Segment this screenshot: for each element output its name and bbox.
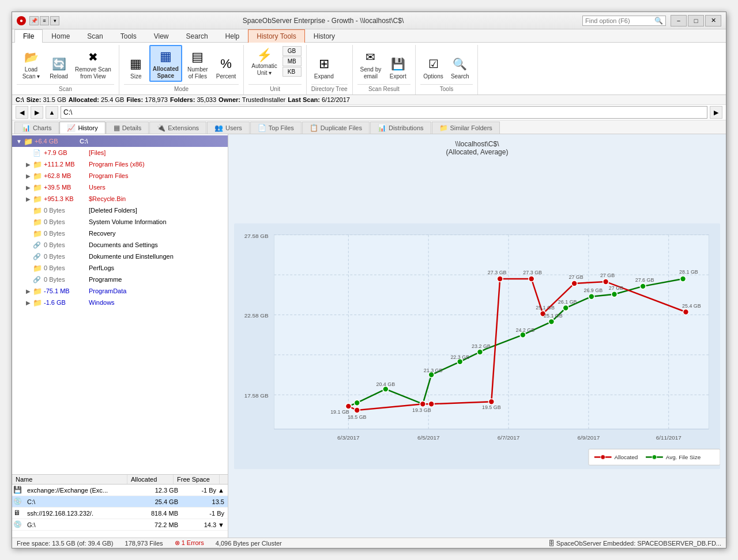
remove-scan-button[interactable]: ✖ Remove Scanfrom View (72, 46, 114, 82)
percent-icon: % (217, 55, 235, 73)
tree-item-dokumente[interactable]: ▶ 🔗 0 Bytes Dokumente und Einstellungen (12, 251, 228, 262)
tab-duplicate-files[interactable]: 📋 Duplicate Files (302, 122, 370, 134)
tab-view[interactable]: View (145, 29, 178, 43)
gb-button[interactable]: GB (283, 46, 302, 56)
drive-alloc-1: 25.4 GB (135, 498, 182, 506)
address-input[interactable] (61, 106, 707, 119)
back-button[interactable]: ◀ (16, 106, 28, 119)
tab-scan[interactable]: Scan (78, 29, 111, 43)
send-email-icon: ✉ (362, 48, 380, 66)
charts-icon: 📊 (22, 124, 31, 132)
tree-item-programme[interactable]: ▶ 🔗 0 Bytes Programme (12, 274, 228, 285)
perflogs-folder-icon: 📁 (33, 263, 42, 273)
drive-free-3: 14.3 ▼ (182, 521, 228, 529)
details-label: Details (122, 124, 142, 131)
tree-item-programdata[interactable]: ▶ 📁 -75.1 MB ProgramData (12, 285, 228, 297)
svg-point-45 (683, 309, 689, 315)
tab-history[interactable]: History (305, 29, 344, 43)
recycle-toggle[interactable]: ▶ (24, 196, 33, 202)
address-go-button[interactable]: ▶ (710, 106, 722, 119)
tab-file[interactable]: File (14, 29, 43, 43)
up-button[interactable]: ▲ (46, 106, 58, 119)
tree-item-system-volume[interactable]: ▶ 📁 0 Bytes System Volume Information (12, 216, 228, 228)
last-scan-label: Last Scan: 6/12/2017 (288, 96, 350, 103)
allocated-space-button[interactable]: ▦ AllocatedSpace (149, 45, 182, 82)
mb-button[interactable]: MB (283, 56, 302, 66)
forward-button[interactable]: ▶ (31, 106, 43, 119)
tree-item-users[interactable]: ▶ 📁 +39.5 MB Users (12, 181, 228, 193)
deleted-name: [Deleted Folders] (89, 207, 137, 214)
expand-button[interactable]: ⊞ Expand (311, 53, 337, 82)
tab-search[interactable]: Search (178, 29, 217, 43)
root-toggle[interactable]: ▼ (14, 138, 24, 145)
svg-text:6/3/2017: 6/3/2017 (337, 434, 360, 441)
tree-item-program-files-x86[interactable]: ▶ 📁 +111.2 MB Program Files (x86) (12, 158, 228, 170)
top-files-label: Top Files (269, 124, 294, 131)
tab-home[interactable]: Home (43, 29, 78, 43)
search-button[interactable]: 🔍 Search (447, 53, 473, 82)
users-toggle[interactable]: ▶ (24, 184, 33, 191)
tab-similar-folders[interactable]: 📁 Similar Folders (432, 122, 500, 134)
drive-list-rows[interactable]: 💾 exchange://Exchange (Exc... 12.3 GB -1… (12, 485, 228, 531)
svg-text:20.4 GB: 20.4 GB (376, 381, 395, 387)
list-item[interactable]: 🖥 ssh://192.168.123.232/. 818.4 MB -1 By (12, 508, 228, 519)
tree-item-deleted-folders[interactable]: ▶ 📁 0 Bytes [Deleted Folders] (12, 205, 228, 216)
pin-button[interactable]: 📌 (29, 16, 39, 25)
tab-history[interactable]: 📈 History (59, 122, 105, 134)
pf-toggle[interactable]: ▶ (24, 173, 33, 179)
tab-extensions[interactable]: 🔌 Extensions (149, 122, 206, 134)
tab-top-files[interactable]: 📄 Top Files (250, 122, 302, 134)
tree-item-windows[interactable]: ▶ 📁 -1.6 GB Windows (12, 297, 228, 308)
tab-details[interactable]: ▦ Details (106, 122, 149, 134)
title-search-box[interactable]: 🔍 (582, 16, 666, 26)
docs-size: 0 Bytes (44, 241, 85, 248)
tree-item-recovery[interactable]: ▶ 📁 0 Bytes Recovery (12, 228, 228, 239)
tree-item-program-files[interactable]: ▶ 📁 +62.8 MB Program Files (12, 170, 228, 181)
tree-item-docs-settings[interactable]: ▶ 🔗 0 Bytes Documents and Settings (12, 239, 228, 251)
send-email-button[interactable]: ✉ Send byemail (357, 46, 385, 82)
similar-folders-label: Similar Folders (450, 124, 492, 131)
options-button[interactable]: ☑ Options (420, 53, 446, 82)
export-button[interactable]: 💾 Export (385, 53, 411, 82)
tree-item-files[interactable]: ▶ 📄 +7.9 GB [Files] (12, 147, 228, 158)
arrow-button[interactable]: ▾ (50, 16, 59, 25)
tab-history-tools[interactable]: History Tools (248, 29, 304, 43)
ribbon-group-dir-tree-label: Directory Tree (311, 84, 348, 92)
title-search-input[interactable] (585, 17, 654, 24)
minimize-button[interactable]: − (671, 15, 687, 27)
tab-help[interactable]: Help (217, 29, 248, 43)
windows-toggle[interactable]: ▶ (24, 300, 33, 306)
errors-label[interactable]: ⊗ 1 Errors (175, 539, 204, 547)
tree-area[interactable]: ▼ 📁 +6.4 GB C:\ ▶ 📄 +7.9 GB [Files] ▶ 📁 … (12, 134, 228, 474)
svg-text:24.2 GB: 24.2 GB (515, 327, 534, 333)
list-item[interactable]: 💿 C:\ 25.4 GB 13.5 (12, 496, 228, 508)
auto-unit-button[interactable]: ⚡ AutomaticUnit ▾ (248, 45, 280, 78)
tree-root[interactable]: ▼ 📁 +6.4 GB C:\ (12, 135, 228, 147)
kb-button[interactable]: KB (283, 67, 302, 77)
list-item[interactable]: 💾 exchange://Exchange (Exc... 12.3 GB -1… (12, 485, 228, 496)
number-of-files-label: Numberof Files (187, 66, 208, 80)
svg-point-40 (497, 276, 503, 282)
number-of-files-button[interactable]: ▤ Numberof Files (183, 46, 212, 82)
load-scan-button[interactable]: 📂 LoadScan ▾ (17, 46, 46, 82)
load-scan-label: LoadScan ▾ (22, 66, 40, 80)
menu-button[interactable]: ≡ (40, 16, 49, 25)
tab-users[interactable]: 👥 Users (207, 122, 250, 134)
tree-item-recycle-bin[interactable]: ▶ 📁 +951.3 KB $Recycle.Bin (12, 193, 228, 205)
svg-text:6/7/2017: 6/7/2017 (498, 434, 520, 441)
tree-item-perflogs[interactable]: ▶ 📁 0 Bytes PerfLogs (12, 262, 228, 274)
programdata-toggle[interactable]: ▶ (24, 288, 33, 294)
reload-button[interactable]: 🔄 Reload (47, 53, 71, 82)
size-button[interactable]: ▦ Size (124, 53, 148, 82)
maximize-button[interactable]: □ (688, 15, 704, 27)
close-button[interactable]: ✕ (705, 15, 721, 27)
left-panel: ▼ 📁 +6.4 GB C:\ ▶ 📄 +7.9 GB [Files] ▶ 📁 … (12, 134, 228, 538)
percent-button[interactable]: % Percent (213, 53, 239, 82)
tab-distributions[interactable]: 📊 Distributions (370, 122, 431, 134)
tab-tools[interactable]: Tools (112, 29, 145, 43)
ribbon-group-unit: ⚡ AutomaticUnit ▾ GB MB KB Unit (244, 45, 306, 94)
col-free: Free Space (174, 475, 220, 484)
pfx86-toggle[interactable]: ▶ (24, 161, 33, 168)
list-item[interactable]: 💿 G:\ 72.2 MB 14.3 ▼ (12, 519, 228, 531)
tab-charts[interactable]: 📊 Charts (14, 122, 59, 134)
